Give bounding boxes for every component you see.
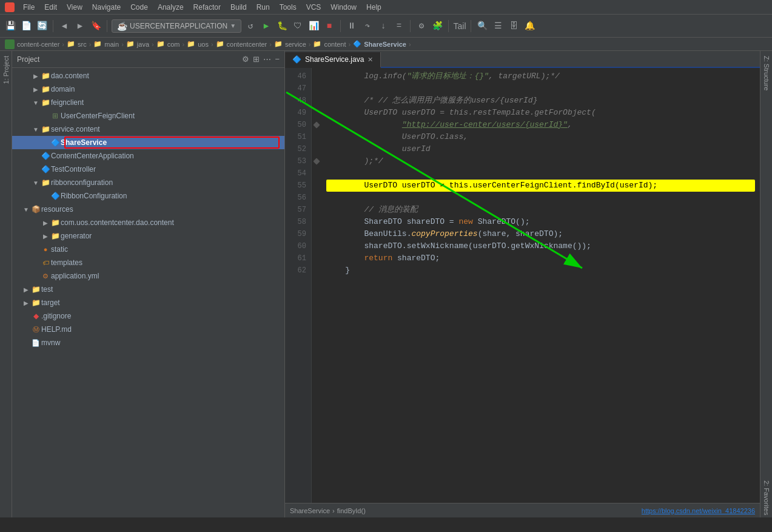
- bc-src[interactable]: src: [78, 41, 87, 48]
- service-content-label[interactable]: service.content: [51, 125, 284, 133]
- usercenterfeign-label[interactable]: UserCenterFeignClient: [61, 112, 284, 120]
- tree-item-ribbonconfig-class[interactable]: ▶ 🔷 RibbonConfiguration: [12, 189, 284, 203]
- tree-item-dao-content[interactable]: ▶ 📁 dao.content: [12, 69, 284, 82]
- menu-navigate[interactable]: Navigate: [89, 2, 124, 13]
- bc-content[interactable]: content: [324, 41, 346, 48]
- com-uos-label[interactable]: com.uos.contentcenter.dao.content: [61, 218, 284, 227]
- help-md-label[interactable]: HELP.md: [41, 325, 284, 334]
- structure-panel-label[interactable]: Z: Structure: [762, 53, 771, 93]
- collapse-arrow[interactable]: ▼: [32, 180, 40, 186]
- minimize-icon[interactable]: −: [275, 55, 280, 64]
- feignclient-label[interactable]: feignclient: [51, 98, 284, 107]
- menu-run[interactable]: Run: [253, 2, 274, 13]
- tree-item-service-content[interactable]: ▼ 📁 service.content: [12, 123, 284, 136]
- bc-uos[interactable]: uos: [198, 41, 209, 48]
- run-button[interactable]: ▶: [260, 19, 273, 33]
- search-button[interactable]: 🔍: [475, 19, 489, 33]
- menu-help[interactable]: Help: [363, 2, 385, 13]
- tree-item-domain[interactable]: ▶ 📁 domain: [12, 82, 284, 96]
- bc-contentcenter[interactable]: contentcenter: [227, 41, 267, 48]
- bc-content-center[interactable]: content-center: [17, 41, 59, 48]
- tree-item-usercenterfeign[interactable]: ▶ ⊞ UserCenterFeignClient: [12, 109, 284, 123]
- menu-view[interactable]: View: [63, 2, 86, 13]
- database-button[interactable]: 🗄: [507, 19, 520, 33]
- shareservice-label[interactable]: ShareService: [61, 138, 284, 147]
- tree-item-feignclient[interactable]: ▼ 📁 feignclient: [12, 96, 284, 109]
- favorites-panel-label[interactable]: 2: Favorites: [762, 478, 771, 517]
- bc-service[interactable]: service: [285, 41, 306, 48]
- templates-label[interactable]: templates: [51, 258, 284, 267]
- step-into-button[interactable]: ↓: [377, 19, 390, 33]
- pause-button[interactable]: ⏸: [345, 19, 358, 33]
- tree-item-gitignore[interactable]: ▶ ◆ .gitignore: [12, 309, 284, 323]
- structure-button[interactable]: ☰: [491, 19, 505, 33]
- evaluate-button[interactable]: =: [392, 19, 406, 33]
- project-panel-label[interactable]: 1: Project: [1, 53, 11, 86]
- application-yml-label[interactable]: application.yml: [51, 272, 284, 280]
- settings-icon[interactable]: ⋯: [263, 55, 271, 64]
- ribbonconfiguration-label[interactable]: ribbonconfiguration: [51, 178, 284, 187]
- run-config-selector[interactable]: ☕ USERCENTERAPPLICATION ▼: [112, 19, 241, 33]
- collapse-arrow[interactable]: ▼: [22, 206, 30, 213]
- plugins-button[interactable]: 🧩: [431, 19, 444, 33]
- gitignore-label[interactable]: .gitignore: [41, 312, 284, 320]
- notifications-button[interactable]: 🔔: [523, 19, 536, 33]
- tree-item-target[interactable]: ▶ 📁 target: [12, 296, 284, 309]
- profile-button[interactable]: 📊: [307, 19, 320, 33]
- bc-java[interactable]: java: [137, 41, 149, 48]
- tree-item-resources[interactable]: ▼ 📦 resources: [12, 203, 284, 216]
- tab-shareservice[interactable]: 🔷 ShareService.java ✕: [285, 52, 381, 68]
- layout-icon[interactable]: ⊞: [253, 55, 260, 64]
- debug-button[interactable]: 🐛: [275, 19, 289, 33]
- tree-item-generator[interactable]: ▶ 📁 generator: [12, 229, 284, 243]
- tree-item-com-uos[interactable]: ▶ 📁 com.uos.contentcenter.dao.content: [12, 216, 284, 229]
- tree-item-test[interactable]: ▶ 📁 test: [12, 283, 284, 296]
- collapse-arrow[interactable]: ▶: [41, 233, 50, 240]
- collapse-arrow[interactable]: ▼: [32, 126, 40, 133]
- collapse-arrow[interactable]: ▶: [32, 86, 40, 93]
- save-button[interactable]: 💾: [4, 19, 17, 33]
- domain-label[interactable]: domain: [51, 85, 284, 93]
- terminal-button[interactable]: Tail: [453, 19, 466, 33]
- save-all-button[interactable]: 📄: [19, 19, 33, 33]
- mvnw-label[interactable]: mvnw: [41, 338, 284, 347]
- collapse-arrow[interactable]: ▶: [22, 300, 30, 306]
- reload-button[interactable]: ↺: [244, 19, 257, 33]
- stop-button[interactable]: ■: [323, 19, 336, 33]
- code-content[interactable]: log.info("请求的目标地址：{}", targetURL);*/ /* …: [321, 68, 760, 503]
- tree-item-templates[interactable]: ▶ 🏷 templates: [12, 256, 284, 269]
- menu-analyze[interactable]: Analyze: [154, 2, 187, 13]
- bc-shareservice[interactable]: ShareService: [364, 41, 406, 48]
- menu-build[interactable]: Build: [227, 2, 250, 13]
- testcontroller-label[interactable]: TestController: [51, 165, 284, 173]
- menu-window[interactable]: Window: [327, 2, 360, 13]
- collapse-arrow[interactable]: ▶: [32, 73, 40, 79]
- collapse-arrow[interactable]: ▶: [41, 220, 50, 226]
- ribbonconfig-class-label[interactable]: RibbonConfiguration: [61, 192, 284, 200]
- csdn-link[interactable]: https://blog.csdn.net/weixin_41842236: [642, 507, 755, 514]
- tree-item-mvnw[interactable]: ▶ 📄 mvnw: [12, 336, 284, 349]
- tree-item-ribbonconfiguration[interactable]: ▼ 📁 ribbonconfiguration: [12, 176, 284, 189]
- menu-edit[interactable]: Edit: [41, 2, 61, 13]
- bc-main[interactable]: main: [104, 41, 119, 48]
- step-over-button[interactable]: ↷: [361, 19, 374, 33]
- tree-item-testcontroller[interactable]: ▶ 🔷 TestController: [12, 163, 284, 176]
- menu-file[interactable]: File: [19, 2, 38, 13]
- forward-button[interactable]: ▶: [73, 19, 87, 33]
- collapse-arrow[interactable]: ▶: [22, 286, 30, 293]
- collapse-arrow[interactable]: ▼: [32, 99, 40, 106]
- tree-item-contentcenter-app[interactable]: ▶ 🔷 ContentCenterApplication: [12, 149, 284, 163]
- contentcenter-app-label[interactable]: ContentCenterApplication: [51, 152, 284, 160]
- menu-refactor[interactable]: Refactor: [190, 2, 224, 13]
- bc-com[interactable]: com: [167, 41, 180, 48]
- settings-button[interactable]: ⚙: [415, 19, 428, 33]
- menu-vcs[interactable]: VCS: [303, 2, 325, 13]
- tree-item-shareservice[interactable]: ▶ 🔷 ShareService: [12, 136, 284, 149]
- menu-tools[interactable]: Tools: [276, 2, 300, 13]
- tree-item-help-md[interactable]: ▶ Ⓜ HELP.md: [12, 323, 284, 336]
- gear-icon[interactable]: ⚙: [242, 55, 249, 64]
- sync-button[interactable]: 🔄: [35, 19, 49, 33]
- back-button[interactable]: ◀: [58, 19, 71, 33]
- resources-label[interactable]: resources: [41, 205, 284, 214]
- tree-content[interactable]: ▶ 📁 dao.content ▶ 📁 domain ▼ 📁 feignclie…: [12, 68, 284, 517]
